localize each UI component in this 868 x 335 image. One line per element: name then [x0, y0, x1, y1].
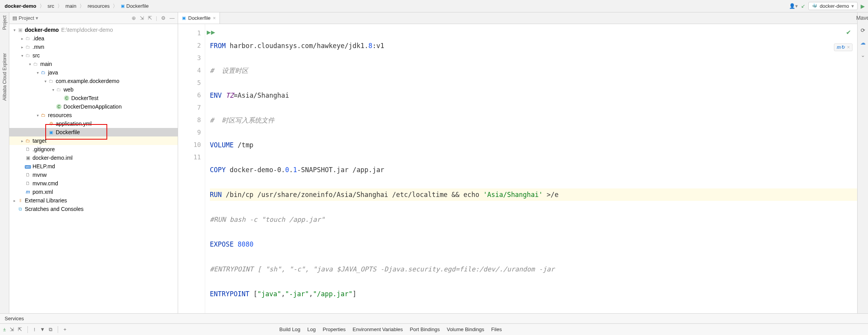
- breadcrumb-item[interactable]: src: [46, 2, 56, 10]
- chevron-right-icon: 〉: [113, 3, 118, 10]
- run-button[interactable]: ▶: [861, 3, 865, 9]
- tree-node-main[interactable]: ▾🗀main: [9, 60, 178, 68]
- chevron-right-icon: 〉: [79, 3, 84, 10]
- alibaba-cloud-tab[interactable]: Alibaba Cloud Explorer: [2, 53, 7, 101]
- editor-tab-dockerfile[interactable]: ▣ Dockerfile ×: [178, 12, 220, 24]
- close-tab-icon[interactable]: ×: [213, 15, 216, 21]
- maven-tool-tab[interactable]: Mave: [856, 15, 868, 21]
- tree-node-dockerfile[interactable]: ▣Dockerfile: [9, 128, 178, 136]
- filter-icon[interactable]: ⫶: [33, 326, 36, 332]
- tree-node-mvnw[interactable]: 🗋mvnw: [9, 171, 178, 179]
- project-panel-title[interactable]: Project: [19, 15, 34, 21]
- expand-icon[interactable]: ⇲: [10, 326, 14, 332]
- divider: [58, 326, 58, 333]
- code-editor[interactable]: FROM harbor.cloudansys.com/hawkeye/jdk1.…: [205, 24, 857, 313]
- bottom-toolbar: ± ⇲ ⇱ ⫶ ▼ ⧉ + Build Log Log Properties E…: [0, 323, 868, 335]
- locate-icon[interactable]: ⊕: [132, 15, 136, 21]
- breadcrumb-item[interactable]: resources: [86, 2, 111, 10]
- maven-icon: m↻: [837, 45, 845, 50]
- project-view-icon: ▤: [12, 15, 17, 21]
- inspection-ok-icon[interactable]: ✔: [846, 29, 851, 36]
- tree-node-mvn[interactable]: ▸🗀.mvn: [9, 43, 178, 51]
- tree-node-iml[interactable]: ▣docker-demo.iml: [9, 154, 178, 162]
- build-icon[interactable]: ↙: [801, 3, 805, 9]
- divider: [27, 326, 28, 333]
- collapse-all-icon[interactable]: ⇱: [148, 15, 152, 21]
- tab-build-log[interactable]: Build Log: [280, 326, 300, 332]
- collapse-icon[interactable]: ⇱: [18, 326, 22, 332]
- expand-all-icon[interactable]: ⇲: [140, 15, 144, 21]
- close-icon[interactable]: ×: [847, 45, 850, 50]
- breadcrumb: docker-demo 〉 src 〉 main 〉 resources 〉 ▣…: [3, 2, 150, 10]
- tab-log[interactable]: Log: [307, 326, 316, 332]
- tree-node-external-libs[interactable]: ▸⫴External Libraries: [9, 196, 178, 205]
- tab-volume-bindings[interactable]: Volume Bindings: [447, 326, 484, 332]
- tree-node-gitignore[interactable]: 🗋.gitignore: [9, 145, 178, 154]
- funnel-icon[interactable]: ▼: [40, 326, 45, 332]
- editor-gutter: 1 2 3 4 5 6 7 8 9 10 11: [178, 24, 205, 313]
- service-detail-tabs: Build Log Log Properties Environment Var…: [280, 326, 502, 332]
- tree-node-target[interactable]: ▸🗀target: [9, 136, 178, 145]
- group-icon[interactable]: ⧉: [49, 326, 52, 333]
- hide-icon[interactable]: —: [170, 15, 175, 21]
- docker-icon: 🐳: [812, 3, 817, 9]
- right-tool-strip: Mave ⟳ ☁ ⌄: [857, 12, 868, 313]
- services-label: Services: [5, 316, 24, 321]
- breadcrumb-item[interactable]: main: [64, 2, 78, 10]
- project-tool-tab[interactable]: Project: [2, 16, 7, 30]
- chevron-down-icon: ▾: [851, 3, 854, 9]
- user-icon[interactable]: 👤▾: [789, 3, 798, 9]
- tree-node-appyml[interactable]: ⚙application.yml: [9, 119, 178, 128]
- editor-area: ▣ Dockerfile × 1 2 3 4 5 6 7 8 9 10 11: [178, 12, 857, 313]
- tree-node-idea[interactable]: ▸🗀.idea: [9, 34, 178, 43]
- tree-root[interactable]: ▾▣docker-demoE:\temp\docker-demo: [9, 26, 178, 34]
- docker-file-icon: ▣: [182, 16, 186, 21]
- docker-file-icon: ▣: [121, 3, 125, 9]
- editor-tab-label: Dockerfile: [188, 15, 211, 21]
- tree-node-help[interactable]: MDHELP.md: [9, 162, 178, 171]
- refresh-icon[interactable]: ⟳: [861, 27, 865, 33]
- tree-node-web[interactable]: ▾🗀web: [9, 85, 178, 94]
- run-config-selector[interactable]: 🐳 docker-demo ▾: [808, 2, 858, 10]
- divider: |: [156, 15, 157, 21]
- add-service-icon[interactable]: ±: [3, 326, 6, 332]
- project-panel: ▤ Project ▾ ⊕ ⇲ ⇱ | ⚙ — ▾▣docker-demoE:\…: [9, 12, 178, 313]
- tab-files[interactable]: Files: [491, 326, 502, 332]
- chevron-down-icon[interactable]: ▾: [36, 15, 38, 21]
- tree-node-resources[interactable]: ▾🗀resources: [9, 111, 178, 119]
- chevron-right-icon: 〉: [57, 3, 62, 10]
- editor-tabs: ▣ Dockerfile ×: [178, 12, 857, 24]
- tab-properties[interactable]: Properties: [323, 326, 346, 332]
- breadcrumb-label: Dockerfile: [126, 3, 149, 9]
- breadcrumb-item[interactable]: ▣ Dockerfile: [119, 2, 150, 10]
- cloud-icon[interactable]: ☁: [860, 40, 866, 46]
- tab-env-vars[interactable]: Environment Variables: [353, 326, 403, 332]
- top-breadcrumb-bar: docker-demo 〉 src 〉 main 〉 resources 〉 ▣…: [0, 0, 868, 12]
- add-icon[interactable]: +: [63, 326, 67, 332]
- services-panel-header[interactable]: Services: [0, 313, 868, 323]
- gear-icon[interactable]: ⚙: [161, 15, 166, 21]
- tree-node-package[interactable]: ▾🗀com.example.dockerdemo: [9, 77, 178, 85]
- project-tree[interactable]: ▾▣docker-demoE:\temp\docker-demo ▸🗀.idea…: [9, 24, 178, 215]
- tree-node-mvnwcmd[interactable]: 🗋mvnw.cmd: [9, 179, 178, 188]
- chevron-right-icon: 〉: [39, 3, 45, 10]
- tree-node-app-class[interactable]: CDockerDemoApplication: [9, 102, 178, 111]
- project-panel-header: ▤ Project ▾ ⊕ ⇲ ⇱ | ⚙ —: [9, 12, 178, 24]
- tree-node-java[interactable]: ▾🗀java: [9, 68, 178, 77]
- left-tool-strip: Project Alibaba Cloud Explorer: [0, 12, 9, 313]
- maven-reimport-badge[interactable]: m↻ ×: [834, 43, 853, 51]
- chevron-down-icon[interactable]: ⌄: [861, 52, 865, 58]
- tree-node-pom[interactable]: mpom.xml: [9, 188, 178, 196]
- editor-body[interactable]: 1 2 3 4 5 6 7 8 9 10 11 ▶▶ FROM harbor.c…: [178, 24, 857, 313]
- tree-node-scratches[interactable]: ⧉Scratches and Consoles: [9, 205, 178, 213]
- run-config-label: docker-demo: [820, 3, 849, 9]
- breadcrumb-root[interactable]: docker-demo: [3, 2, 38, 10]
- tree-node-dockertest[interactable]: CDockerTest: [9, 94, 178, 102]
- tree-node-src[interactable]: ▾🗀src: [9, 51, 178, 60]
- tab-port-bindings[interactable]: Port Bindings: [410, 326, 440, 332]
